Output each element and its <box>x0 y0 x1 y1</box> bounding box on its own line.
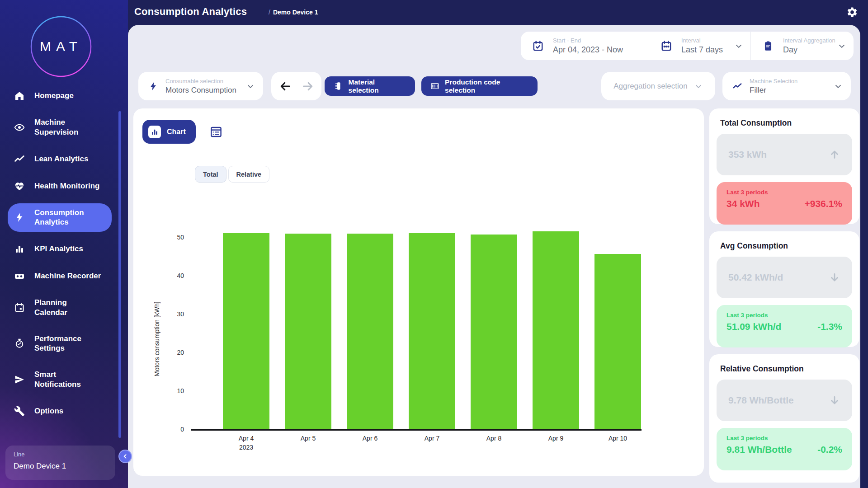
stat-title: Relative Consumption <box>720 364 852 374</box>
total-consumption-card: Total Consumption 353 kWh Last 3 periods… <box>709 108 859 224</box>
sidebar-item-machine-recorder[interactable]: Machine Recorder <box>8 266 112 286</box>
chevron-down-icon <box>834 82 843 91</box>
chart-view-button[interactable]: Chart <box>142 120 196 144</box>
stat-main-value: 353 kWh <box>728 149 767 160</box>
period-nav <box>271 72 321 100</box>
wrench-icon <box>14 406 25 417</box>
sidebar-item-kpi-analytics[interactable]: KPI Analytics <box>8 239 112 259</box>
x-tick-label: Apr 6 <box>339 434 401 443</box>
sidebar-nav: Homepage Machine Supervision Lean Analyt… <box>8 86 112 421</box>
period-label: Last 3 periods <box>726 189 842 196</box>
recorder-icon <box>14 271 25 282</box>
bar[interactable] <box>223 233 269 429</box>
period-delta: -0.2% <box>817 444 842 455</box>
arrow-down-icon <box>829 394 840 406</box>
bar[interactable] <box>594 254 641 429</box>
stat-period-box: Last 3 periods 34 kWh +936.1% <box>717 182 852 225</box>
sidebar-item-performance-settings[interactable]: Performance Settings <box>8 329 112 358</box>
sidebar-item-health-monitoring[interactable]: Health Monitoring <box>8 176 112 196</box>
stat-title: Total Consumption <box>720 118 852 128</box>
toggle-relative[interactable]: Relative <box>228 166 270 183</box>
app-window: Consumption Analytics /Demo Device 1 MAT… <box>0 0 868 488</box>
bar[interactable] <box>533 231 579 429</box>
device-name: Demo Device 1 <box>14 462 107 471</box>
breadcrumb: /Demo Device 1 <box>269 9 318 16</box>
table-view-icon[interactable] <box>209 125 223 139</box>
stat-main-value: 50.42 kWh/d <box>728 272 783 283</box>
chevron-down-icon <box>694 82 703 91</box>
clipboard-icon <box>762 40 774 52</box>
aggregation-value: Day <box>783 45 835 55</box>
sidebar-item-machine-supervision[interactable]: Machine Supervision <box>8 113 112 142</box>
gear-icon[interactable] <box>846 6 858 18</box>
stat-period-box: Last 3 periods 51.09 kWh/d -1.3% <box>717 305 852 347</box>
sidebar-item-lean-analytics[interactable]: Lean Analytics <box>8 149 112 169</box>
aggregation-selection[interactable]: Aggregation selection <box>601 72 715 100</box>
calendar-icon <box>660 40 672 52</box>
calendar-check-icon <box>532 40 544 52</box>
sidebar-scrollbar[interactable] <box>118 111 121 438</box>
interval-label: Interval <box>681 37 723 44</box>
sidebar: MAT Homepage Machine Supervision Lean An… <box>0 0 128 488</box>
back-arrow-button[interactable] <box>278 79 293 94</box>
period-delta: +936.1% <box>805 198 843 209</box>
period-value: 34 kWh <box>726 198 760 209</box>
interval-selector[interactable]: IntervalLast 7 days <box>649 32 750 60</box>
x-axis-line <box>191 429 642 431</box>
consumable-label: Consumable selection <box>165 78 236 84</box>
chevron-down-icon <box>734 42 743 51</box>
svg-text:MAT: MAT <box>40 39 82 54</box>
sidebar-collapse-button[interactable] <box>118 450 132 463</box>
bar-chart-icon <box>14 244 25 254</box>
sidebar-item-homepage[interactable]: Homepage <box>8 86 112 106</box>
x-tick-label: Apr 5 <box>277 434 339 443</box>
period-value: 51.09 kWh/d <box>726 321 781 332</box>
machine-selector[interactable]: Machine SelectionFiller <box>722 72 851 100</box>
bar[interactable] <box>347 234 393 430</box>
send-icon <box>14 374 25 385</box>
bar[interactable] <box>471 235 517 429</box>
sidebar-item-planning-calendar[interactable]: Planning Calendar <box>8 293 112 322</box>
bar-chart-icon <box>148 126 161 138</box>
avg-consumption-card: Avg Consumption 50.42 kWh/d Last 3 perio… <box>709 231 859 347</box>
y-tick-label: 40 <box>133 271 184 280</box>
sidebar-item-smart-notifications[interactable]: Smart Notifications <box>8 365 112 394</box>
bar[interactable] <box>409 233 455 429</box>
y-tick-label: 20 <box>133 348 184 357</box>
material-selection-button[interactable]: Material selection <box>325 76 415 96</box>
eye-icon <box>14 122 25 133</box>
device-line-label: Line <box>14 451 107 458</box>
date-filter-bar: Start - EndApr 04, 2023 - Now IntervalLa… <box>521 32 854 60</box>
stat-period-box: Last 3 periods 9.81 Wh/Bottle -0.2% <box>717 428 852 470</box>
bar[interactable] <box>285 234 331 429</box>
arrow-down-icon <box>829 272 840 283</box>
production-code-selection-button[interactable]: Production code selection <box>421 76 538 96</box>
x-tick-label: Apr 8 <box>463 434 525 443</box>
sidebar-item-consumption-analytics[interactable]: Consumption Analytics <box>8 203 112 232</box>
trend-line-icon <box>732 81 742 91</box>
sidebar-item-options[interactable]: Options <box>8 401 112 421</box>
device-selector[interactable]: Line Demo Device 1 <box>5 446 115 480</box>
main-content: Start - EndApr 04, 2023 - Now IntervalLa… <box>128 25 860 488</box>
start-end-label: Start - End <box>553 37 623 44</box>
x-tick-label: Apr 9 <box>525 434 587 443</box>
machine-value: Filler <box>750 86 797 95</box>
consumable-value: Motors Consumption <box>165 86 236 95</box>
interval-aggregation-selector[interactable]: Interval AggregationDay <box>750 32 854 60</box>
trend-line-icon <box>14 154 25 164</box>
interval-value: Last 7 days <box>681 45 723 55</box>
y-tick-label: 10 <box>133 386 184 395</box>
bolt-icon <box>14 212 25 223</box>
filter-row: Consumable selectionMotors Consumption M… <box>128 72 860 100</box>
start-end-value: Apr 04, 2023 - Now <box>553 45 623 55</box>
x-tick-label: Apr 42023 <box>215 434 277 452</box>
consumable-selector[interactable]: Consumable selectionMotors Consumption <box>138 72 263 100</box>
stat-main-box: 9.78 Wh/Bottle <box>717 380 852 421</box>
material-icon <box>334 81 343 91</box>
bolt-icon <box>148 81 158 91</box>
x-tick-label: Apr 10 <box>587 434 649 443</box>
start-end-selector[interactable]: Start - EndApr 04, 2023 - Now <box>521 32 649 60</box>
toggle-total[interactable]: Total <box>195 166 226 183</box>
top-header: Consumption Analytics /Demo Device 1 <box>0 0 868 25</box>
forward-arrow-button[interactable] <box>300 79 316 94</box>
